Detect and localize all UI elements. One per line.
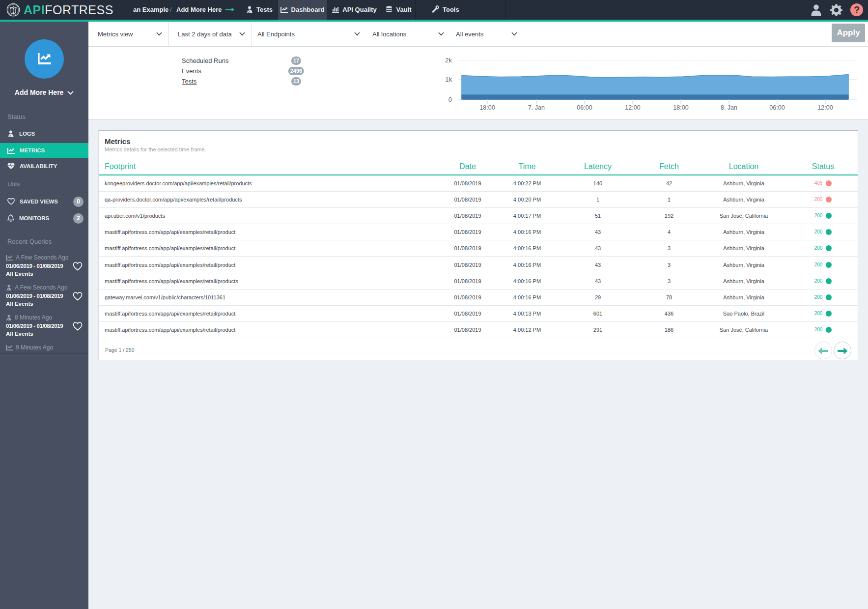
svg-text:0: 0 <box>448 96 452 103</box>
svg-text:12:00: 12:00 <box>625 104 640 111</box>
svg-text:06:00: 06:00 <box>769 104 784 111</box>
svg-text:06:00: 06:00 <box>577 104 592 111</box>
svg-text:18:00: 18:00 <box>673 104 688 111</box>
svg-text:7. Jan: 7. Jan <box>528 104 545 111</box>
svg-text:12:00: 12:00 <box>817 104 833 111</box>
svg-text:2k: 2k <box>445 57 452 64</box>
svg-text:1k: 1k <box>445 76 452 83</box>
svg-text:8. Jan: 8. Jan <box>721 104 737 111</box>
svg-text:18:00: 18:00 <box>479 104 495 111</box>
